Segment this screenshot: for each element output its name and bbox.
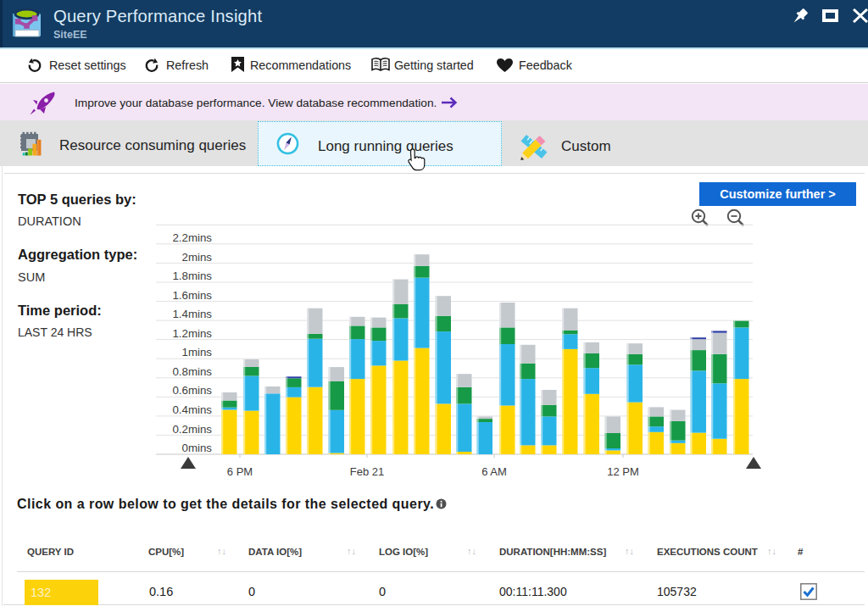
svg-text:6 PM: 6 PM xyxy=(227,465,253,478)
svg-text:2mins: 2mins xyxy=(182,251,213,264)
svg-text:2.2mins: 2.2mins xyxy=(172,231,212,244)
svg-text:1mins: 1mins xyxy=(182,346,213,359)
svg-text:Feb 21: Feb 21 xyxy=(350,465,384,478)
svg-text:1.6mins: 1.6mins xyxy=(172,289,212,302)
svg-text:1.8mins: 1.8mins xyxy=(172,270,212,282)
svg-text:0.6mins: 0.6mins xyxy=(172,384,212,397)
svg-text:1.2mins: 1.2mins xyxy=(172,327,212,340)
svg-text:1.4mins: 1.4mins xyxy=(172,308,212,320)
svg-text:6 AM: 6 AM xyxy=(481,465,507,478)
svg-text:12 PM: 12 PM xyxy=(607,465,639,478)
svg-text:0.8mins: 0.8mins xyxy=(172,365,212,378)
svg-text:0.4mins: 0.4mins xyxy=(172,403,212,416)
svg-text:0.2mins: 0.2mins xyxy=(172,423,212,436)
svg-text:0mins: 0mins xyxy=(182,442,213,454)
